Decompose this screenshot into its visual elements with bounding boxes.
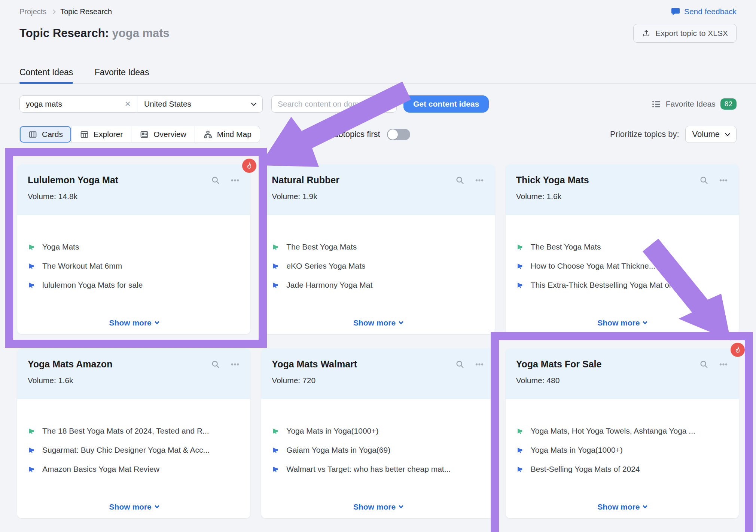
cards-view-icon [28, 130, 37, 139]
idea-text: Amazon Basics Yoga Mat Review [42, 465, 159, 473]
idea-text: Yoga Mats, Hot Yoga Towels, Ashtanga Yog… [531, 427, 695, 435]
idea-item[interactable]: Yoga Mats in Yoga(1000+) [272, 427, 484, 435]
idea-item[interactable]: Walmart vs Target: who has better cheap … [272, 465, 484, 473]
breadcrumb-projects[interactable]: Projects [19, 7, 46, 16]
tab-bar: Content Ideas Favorite Ideas [0, 67, 756, 84]
more-options-icon[interactable] [475, 360, 484, 369]
search-topic-icon[interactable] [211, 175, 220, 185]
more-options-icon[interactable] [719, 360, 728, 369]
show-more-link[interactable]: Show more [261, 502, 494, 511]
export-xlsx-button[interactable]: Export topic to XLSX [633, 24, 737, 43]
card-header: Yoga Mats For Sale Volume: 480 [506, 348, 739, 399]
country-select[interactable]: United States [137, 96, 262, 112]
more-options-icon[interactable] [230, 175, 240, 185]
idea-item[interactable]: lululemon Yoga Mats for sale [28, 281, 240, 289]
idea-text: Gaiam Yoga Mats in Yoga(69) [286, 446, 390, 454]
get-content-ideas-button[interactable]: Get content ideas [403, 95, 489, 113]
show-more-link[interactable]: Show more [17, 502, 250, 511]
top-bar: Projects Topic Research Send feedback [0, 0, 756, 16]
search-topic-icon[interactable] [699, 175, 709, 185]
show-more-link[interactable]: Show more [261, 318, 494, 327]
send-feedback-link[interactable]: Send feedback [671, 7, 737, 16]
card-header: Yoga Mats Walmart Volume: 720 [261, 348, 494, 399]
idea-item[interactable]: Yoga Mats, Hot Yoga Towels, Ashtanga Yog… [516, 427, 728, 435]
more-options-icon[interactable] [230, 360, 240, 369]
title-row: Topic Research: yoga mats Export topic t… [0, 24, 756, 43]
search-topic-icon[interactable] [455, 360, 465, 369]
card-title[interactable]: Yoga Mats For Sale [516, 359, 602, 370]
idea-item[interactable]: The Workout Mat 6mm [28, 262, 240, 270]
idea-item[interactable]: The 18 Best Yoga Mats of 2024, Tested an… [28, 427, 240, 435]
hot-topic-badge [242, 159, 256, 173]
idea-item[interactable]: Yoga Mats [28, 243, 240, 251]
megaphone-icon [516, 262, 525, 270]
fire-icon [733, 345, 742, 354]
tab-favorite-ideas[interactable]: Favorite Ideas [95, 67, 149, 83]
search-topic-icon[interactable] [699, 360, 709, 369]
favorite-ideas-shortcut[interactable]: Favorite Ideas 82 [652, 98, 737, 110]
more-options-icon[interactable] [475, 175, 484, 185]
search-toolbar: ✕ United States Get content ideas Favori… [0, 95, 756, 113]
idea-item[interactable]: The Best Yoga Mats [516, 243, 728, 251]
megaphone-icon [272, 446, 280, 454]
card-volume: Volume: 1.6k [28, 376, 240, 385]
card-body: The Best Yoga Mats How to Choose Yoga Ma… [506, 215, 739, 334]
idea-text: The Best Yoga Mats [531, 243, 601, 251]
favorite-ideas-label: Favorite Ideas [666, 100, 716, 108]
chevron-down-icon [725, 131, 730, 136]
idea-item[interactable]: Sugarmat: Buy Chic Designer Yoga Mat & A… [28, 446, 240, 454]
idea-item[interactable]: The Best Yoga Mats [272, 243, 484, 251]
clear-keyword-icon[interactable]: ✕ [124, 100, 132, 108]
chevron-right-icon [51, 9, 56, 14]
prioritize-group: Prioritize topics by: Volume [610, 126, 737, 143]
topic-card: Natural Rubber Volume: 1.9k [261, 164, 494, 334]
card-title[interactable]: Thick Yoga Mats [516, 175, 589, 186]
idea-item[interactable]: Amazon Basics Yoga Mat Review [28, 465, 240, 473]
card-title[interactable]: Natural Rubber [272, 175, 339, 186]
view-mind-map[interactable]: Mind Map [195, 126, 260, 143]
idea-item[interactable]: Jade Harmony Yoga Mat [272, 281, 484, 289]
more-options-icon[interactable] [719, 175, 728, 185]
idea-item[interactable]: eKO Series Yoga Mats [272, 262, 484, 270]
view-overview[interactable]: Overview [131, 126, 195, 143]
search-topic-icon[interactable] [211, 360, 220, 369]
idea-text: How to Choose Yoga Mat Thickne... [531, 262, 655, 270]
idea-text: Sugarmat: Buy Chic Designer Yoga Mat & A… [42, 446, 210, 454]
card-title[interactable]: Yoga Mats Amazon [28, 359, 112, 370]
domain-search-input[interactable] [271, 95, 397, 113]
search-topic-icon[interactable] [455, 175, 465, 185]
ideas-list: Yoga Mats, Hot Yoga Towels, Ashtanga Yog… [506, 399, 739, 473]
trending-subtopics-toggle[interactable] [387, 129, 410, 140]
show-more-link[interactable]: Show more [17, 318, 250, 327]
chevron-down-icon [155, 319, 159, 324]
chevron-down-icon [155, 504, 159, 508]
idea-item[interactable]: Yoga Mats in Yoga(1000+) [516, 446, 728, 454]
topic-card: Yoga Mats For Sale Volume: 480 [506, 348, 739, 518]
megaphone-icon [516, 243, 525, 251]
idea-item[interactable]: Best-Selling Yoga Mats of 2024 [516, 465, 728, 473]
ideas-list: Yoga Mats in Yoga(1000+) Gaiam Yoga Mats… [261, 399, 494, 473]
card-header: Thick Yoga Mats Volume: 1.6k [506, 164, 739, 215]
card-title[interactable]: Lululemon Yoga Mat [28, 175, 118, 186]
view-bar: Cards Explorer Overview Mind Map Trendin… [0, 126, 756, 143]
tab-content-ideas[interactable]: Content Ideas [19, 67, 73, 83]
cards-grid: Lululemon Yoga Mat Volume: 14.8k [17, 164, 739, 518]
topic-card: Lululemon Yoga Mat Volume: 14.8k [17, 164, 250, 334]
show-more-link[interactable]: Show more [506, 318, 739, 327]
megaphone-icon [516, 446, 525, 454]
idea-item[interactable]: This Extra-Thick Bestselling Yoga Mat on… [516, 281, 728, 289]
annotation-arrow-1 [260, 82, 411, 167]
megaphone-icon [28, 243, 36, 251]
card-volume: Volume: 720 [272, 376, 484, 385]
keyword-input[interactable] [26, 100, 124, 108]
idea-text: This Extra-Thick Bestselling Yoga Mat on… [531, 281, 698, 289]
feedback-bubble-icon [671, 7, 680, 16]
view-cards[interactable]: Cards [20, 126, 71, 143]
idea-item[interactable]: How to Choose Yoga Mat Thickne... [516, 262, 728, 270]
show-more-link[interactable]: Show more [506, 502, 739, 511]
megaphone-icon [272, 465, 280, 473]
view-explorer[interactable]: Explorer [71, 126, 131, 143]
card-title[interactable]: Yoga Mats Walmart [272, 359, 357, 370]
idea-item[interactable]: Gaiam Yoga Mats in Yoga(69) [272, 446, 484, 454]
prioritize-select[interactable]: Volume [685, 126, 737, 143]
